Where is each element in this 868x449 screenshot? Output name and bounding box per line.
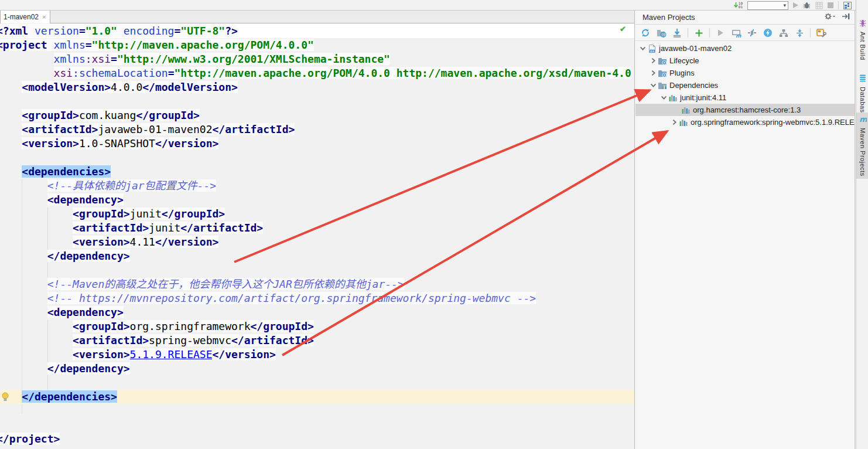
code-token: </version> (212, 348, 275, 360)
tree-row-org-hamcrest-hamcrest-core-1-3[interactable]: org.hamcrest:hamcrest-core:1.3 (635, 104, 855, 116)
offline-mode-icon[interactable] (763, 28, 773, 38)
run-maven-build-icon[interactable] (715, 28, 726, 38)
reimport-maven-icon[interactable] (640, 28, 651, 38)
code-token (0, 208, 73, 220)
maven-projects-panel: Maven Projects (635, 11, 855, 449)
ant-build-icon (859, 19, 867, 29)
strip-tab-database[interactable]: Database (856, 72, 868, 119)
library-icon (681, 106, 691, 115)
hide-panel-icon[interactable] (842, 13, 850, 22)
tree-row-dependencies[interactable]: Dependencies (635, 79, 855, 91)
code-line[interactable]: </dependency> (0, 362, 634, 376)
code-token: <groupId> (73, 208, 130, 220)
tree-row-plugins[interactable]: Plugins (635, 67, 855, 79)
code-line[interactable]: <dependency> (0, 193, 634, 207)
code-line[interactable]: <groupId>com.kuang</groupId> (0, 108, 634, 123)
ide-window: 10 01 ▾ (0, 0, 868, 449)
run-icon[interactable] (793, 1, 798, 10)
chevron-right-icon[interactable] (648, 69, 658, 78)
show-dependencies-icon[interactable] (778, 28, 789, 38)
add-maven-project-icon[interactable] (693, 28, 704, 38)
execute-maven-goal-icon[interactable]: m (731, 28, 741, 38)
update-project-icon[interactable]: 10 01 (733, 1, 743, 10)
code-line[interactable] (0, 404, 634, 418)
code-line[interactable]: <version>1.0-SNAPSHOT</version> (0, 137, 634, 151)
tool-window-strip: Ant BuildDatabasemMaven Projects (856, 0, 868, 449)
lightbulb-icon[interactable] (1, 392, 9, 402)
code-line[interactable]: <artifactId>javaweb-01-maven02</artifact… (0, 123, 634, 137)
code-line[interactable]: </project> (0, 432, 634, 446)
code-line[interactable]: <artifactId>junit</artifactId> (0, 221, 634, 235)
download-sources-icon[interactable] (672, 28, 682, 38)
code-line[interactable] (0, 151, 634, 165)
code-token (0, 362, 47, 375)
code-token: <artifactId> (73, 222, 149, 234)
code-line[interactable]: </dependency> (0, 249, 634, 263)
code-line[interactable] (0, 418, 634, 432)
code-token (0, 278, 47, 290)
tree-label: Dependencies (669, 81, 718, 90)
editor-tab-pom[interactable]: 1-maven02 × (0, 11, 50, 23)
strip-tab-maven[interactable]: mMaven Projects (856, 113, 868, 179)
code-token (0, 53, 54, 65)
code-token: <dependency> (47, 193, 124, 206)
code-line[interactable]: <dependencies> (0, 165, 634, 179)
generate-sources-icon[interactable] (656, 28, 667, 38)
code-line[interactable]: <project xmlns="http://maven.apache.org/… (0, 38, 634, 52)
code-line[interactable]: <?xml version="1.0" encoding="UTF-8"?> (0, 24, 634, 38)
tree-row-lifecycle[interactable]: Lifecycle (635, 55, 855, 67)
collapse-all-icon[interactable] (794, 28, 805, 38)
maven-tree: mjavaweb-01-maven02LifecyclePluginsDepen… (635, 42, 855, 128)
chevron-down-icon[interactable] (648, 81, 658, 90)
debug-icon[interactable] (803, 1, 811, 10)
code-line[interactable]: <artifactId>spring-webmvc</artifactId> (0, 334, 634, 348)
code-line[interactable]: </dependencies> (0, 390, 634, 404)
code-line[interactable]: <version>4.11</version> (0, 235, 634, 249)
code-line[interactable] (0, 263, 634, 277)
code-token: <version> (73, 348, 130, 360)
code-line[interactable] (0, 376, 634, 390)
maven-settings-icon[interactable] (816, 28, 826, 38)
code-line[interactable]: <version>5.1.9.RELEASE</version> (0, 348, 634, 362)
strip-tab-label: Ant Build (859, 32, 866, 60)
tab-close-icon[interactable]: × (42, 13, 46, 21)
code-line[interactable]: <!--Maven的高级之处在于，他会帮你导入这个JAR包所依赖的其他jar--… (0, 277, 634, 291)
chevron-down-icon[interactable] (659, 93, 668, 103)
code-token: org.springframework (130, 320, 251, 332)
code-token (0, 81, 22, 93)
code-line[interactable]: <groupId>org.springframework</groupId> (0, 319, 634, 334)
run-config-select[interactable]: ▾ (747, 1, 788, 10)
stop-icon[interactable] (828, 1, 833, 10)
code-token: </project> (0, 433, 60, 445)
svg-text:m: m (859, 115, 867, 123)
code-line[interactable]: <groupId>junit</groupId> (0, 207, 634, 221)
code-token: javaweb-01-maven02 (98, 123, 212, 135)
code-token (0, 236, 73, 248)
code-editor[interactable]: <?xml version="1.0" encoding="UTF-8"?><p… (0, 23, 634, 449)
tree-row-javaweb-01-maven02[interactable]: mjavaweb-01-maven02 (635, 42, 855, 55)
code-line[interactable]: <!--具体依赖的jar包配置文件--> (0, 179, 634, 193)
code-line[interactable]: xmlns:xsi="http://www.w3.org/2001/XMLSch… (0, 52, 634, 66)
chevron-right-icon[interactable] (669, 118, 679, 127)
coverage-icon[interactable] (815, 1, 823, 10)
chevron-right-icon[interactable] (648, 56, 658, 66)
skip-tests-icon[interactable] (747, 28, 757, 38)
code-token: = (174, 25, 180, 37)
tree-row-org-springframework-spring-webmvc-5-1-9-release[interactable]: org.springframework:spring-webmvc:5.1.9.… (635, 116, 855, 128)
code-line[interactable]: xsi:schemaLocation="http://maven.apache.… (0, 66, 634, 80)
chevron-down-icon[interactable] (638, 44, 647, 53)
gear-dropdown-icon[interactable] (824, 12, 836, 22)
code-line[interactable]: <!-- https://mvnrepository.com/artifact/… (0, 291, 634, 305)
tool-windows-icon[interactable] (843, 1, 852, 10)
code-line[interactable] (0, 94, 634, 108)
code-line[interactable]: <modelVersion>4.0.0</modelVersion> (0, 80, 634, 94)
tree-row-junit-junit-4-11[interactable]: junit:junit:4.11 (635, 91, 855, 104)
strip-tab-ant-build[interactable]: Ant Build (856, 16, 868, 63)
code-token: = (86, 39, 92, 51)
code-token: 1.0-SNAPSHOT (79, 137, 155, 149)
inspections-ok-icon[interactable]: ✔ (620, 25, 626, 33)
code-area[interactable]: <?xml version="1.0" encoding="UTF-8"?><p… (0, 24, 634, 446)
code-line[interactable]: <dependency> (0, 305, 634, 319)
code-token: 4.11 (130, 236, 155, 248)
version-link[interactable]: 5.1.9.RELEASE (130, 348, 213, 360)
